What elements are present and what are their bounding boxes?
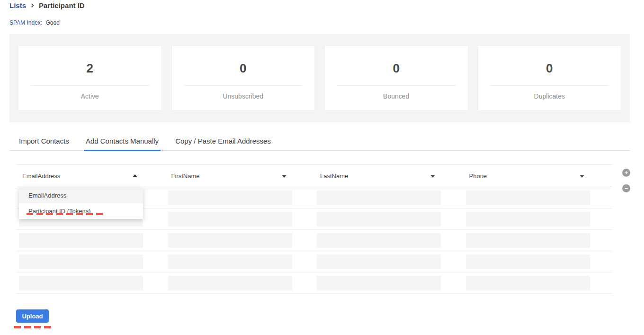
stat-label: Active bbox=[18, 92, 161, 100]
caret-down-icon bbox=[580, 175, 584, 178]
column-select-phone[interactable]: Phone bbox=[463, 165, 612, 187]
contact-cell-input[interactable] bbox=[466, 233, 590, 248]
remove-row-button[interactable]: − bbox=[622, 184, 630, 192]
contact-cell-input[interactable] bbox=[19, 233, 143, 248]
stat-label: Bounced bbox=[325, 92, 468, 100]
column-select-label: LastName bbox=[320, 172, 348, 180]
dropdown-option-participant-id-tokens[interactable]: Participant ID (Tokens) bbox=[19, 203, 143, 219]
breadcrumb-lists-link[interactable]: Lists bbox=[9, 1, 26, 9]
column-select-label: Phone bbox=[469, 172, 487, 180]
contact-row bbox=[16, 272, 612, 294]
dropdown-option-emailaddress[interactable]: EmailAddress bbox=[19, 188, 143, 203]
chevron-right-icon bbox=[30, 3, 35, 8]
contact-row bbox=[16, 230, 612, 251]
stat-card-bounced: 0 Bounced bbox=[324, 45, 468, 111]
annotation-dashed-underline-dropdown-option bbox=[27, 213, 103, 215]
column-select-emailaddress[interactable]: EmailAddress bbox=[16, 165, 165, 187]
contact-cell-input[interactable] bbox=[19, 254, 143, 269]
tab-import-contacts[interactable]: Import Contacts bbox=[17, 137, 71, 151]
spam-index: SPAM Index: Good bbox=[9, 19, 60, 26]
contact-cell-input[interactable] bbox=[19, 276, 143, 290]
contact-cell-input[interactable] bbox=[466, 212, 590, 226]
list-detail-page: Lists Participant ID SPAM Index: Good 2 … bbox=[0, 0, 644, 335]
contact-row bbox=[16, 251, 612, 272]
spam-index-label[interactable]: SPAM Index: bbox=[9, 19, 42, 26]
contact-cell-input[interactable] bbox=[168, 254, 292, 269]
upload-button[interactable]: Upload bbox=[16, 309, 49, 323]
breadcrumb-current: Participant ID bbox=[39, 1, 85, 9]
tab-bar: Import Contacts Add Contacts Manually Co… bbox=[9, 137, 630, 151]
contact-cell-input[interactable] bbox=[317, 212, 441, 226]
column-select-lastname[interactable]: LastName bbox=[314, 165, 463, 187]
spam-index-value: Good bbox=[45, 19, 59, 26]
stat-value: 2 bbox=[18, 62, 161, 74]
contact-cell-input[interactable] bbox=[317, 190, 441, 205]
contact-cell-input[interactable] bbox=[168, 233, 292, 248]
annotation-dashed-underline-upload bbox=[14, 326, 52, 328]
breadcrumb: Lists Participant ID bbox=[9, 1, 85, 9]
stat-card-duplicates: 0 Duplicates bbox=[478, 45, 622, 111]
stat-value: 0 bbox=[172, 62, 315, 74]
stat-divider bbox=[31, 85, 149, 86]
column-select-label: FirstName bbox=[171, 172, 200, 180]
contact-cell-input[interactable] bbox=[466, 254, 590, 269]
stat-divider bbox=[337, 85, 456, 86]
tab-copy-paste-email-addresses[interactable]: Copy / Paste Email Addresses bbox=[173, 137, 273, 151]
contact-entry-table: EmailAddress FirstName LastName Phone bbox=[16, 164, 612, 294]
stat-divider bbox=[184, 85, 303, 86]
stat-value: 0 bbox=[325, 62, 468, 74]
stats-panel: 2 Active 0 Unsubscribed 0 Bounced 0 Dupl… bbox=[9, 34, 630, 122]
stat-card-active: 2 Active bbox=[18, 45, 162, 111]
contact-cell-input[interactable] bbox=[317, 276, 441, 290]
caret-down-icon bbox=[430, 175, 435, 178]
add-row-button[interactable]: + bbox=[622, 169, 630, 177]
contact-cell-input[interactable] bbox=[168, 212, 292, 226]
stat-card-unsubscribed: 0 Unsubscribed bbox=[171, 45, 315, 111]
contact-cell-input[interactable] bbox=[466, 190, 590, 205]
caret-down-icon bbox=[282, 175, 286, 178]
contact-cell-input[interactable] bbox=[466, 276, 590, 290]
stat-divider bbox=[491, 85, 609, 86]
caret-up-icon bbox=[133, 174, 137, 177]
column-select-label: EmailAddress bbox=[22, 172, 60, 180]
contact-cell-input[interactable] bbox=[317, 233, 441, 248]
contact-cell-input[interactable] bbox=[168, 190, 292, 205]
stat-label: Unsubscribed bbox=[172, 92, 315, 100]
contact-cell-input[interactable] bbox=[168, 276, 292, 290]
column-mapping-header-row: EmailAddress FirstName LastName Phone bbox=[16, 164, 612, 187]
tab-add-contacts-manually[interactable]: Add Contacts Manually bbox=[84, 137, 161, 151]
contact-cell-input[interactable] bbox=[317, 254, 441, 269]
stat-label: Duplicates bbox=[478, 92, 621, 100]
column-select-firstname[interactable]: FirstName bbox=[165, 165, 314, 187]
stat-value: 0 bbox=[478, 62, 621, 74]
